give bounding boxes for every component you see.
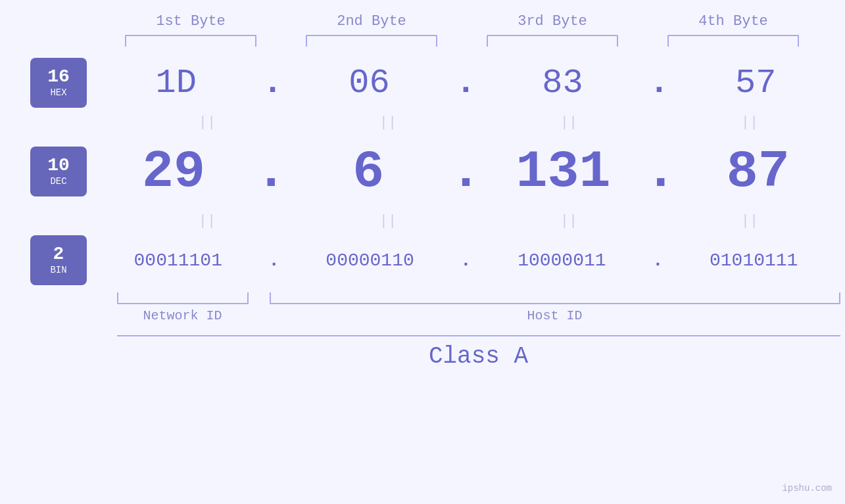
- network-id-label: Network ID: [117, 308, 249, 323]
- dec-byte-1: 29: [108, 142, 239, 202]
- eq2-byte1: ||: [141, 213, 273, 229]
- bin-byte-3: 10000011: [496, 250, 627, 271]
- id-labels-row: Network ID Host ID: [117, 308, 840, 323]
- bottom-brackets-row: [117, 292, 840, 304]
- byte-label-4: 4th Byte: [661, 13, 806, 30]
- byte-label-1: 1st Byte: [118, 13, 263, 30]
- bin-badge: 2 BIN: [30, 235, 87, 285]
- eq1-byte2: ||: [322, 114, 454, 131]
- bin-row: 2 BIN 00011101 . 00000110 . 10000011 . 0…: [0, 231, 845, 290]
- top-bracket-3: [487, 35, 618, 47]
- dec-base-name: DEC: [50, 176, 66, 187]
- eq2-byte2: ||: [322, 213, 454, 229]
- dec-values-row: 29 . 6 . 131 . 87: [87, 142, 845, 202]
- bin-byte-1: 00011101: [112, 250, 244, 271]
- main-container: 1st Byte 2nd Byte 3rd Byte 4th Byte 16 H…: [0, 0, 845, 504]
- watermark: ipshu.com: [782, 483, 832, 493]
- dec-dot-1: .: [255, 142, 287, 202]
- host-bracket: [270, 292, 840, 304]
- top-bracket-1: [125, 35, 256, 47]
- hex-byte-1: 1D: [110, 64, 242, 103]
- dec-byte-4: 87: [692, 142, 824, 202]
- top-bracket-2: [306, 35, 437, 47]
- dec-base-number: 10: [47, 156, 70, 175]
- hex-values-row: 1D . 06 . 83 . 57: [87, 64, 845, 103]
- hex-base-number: 16: [47, 68, 70, 86]
- bin-base-number: 2: [53, 245, 64, 263]
- host-id-label: Host ID: [270, 308, 840, 323]
- eq1-byte4: ||: [684, 114, 815, 131]
- equals-row-1: || || || ||: [117, 112, 840, 132]
- hex-badge: 16 HEX: [30, 58, 87, 108]
- dec-badge: 10 DEC: [30, 147, 87, 196]
- class-label: Class A: [117, 343, 840, 370]
- equals-row-2: || || || ||: [117, 211, 840, 231]
- bin-dot-2: .: [460, 250, 471, 271]
- hex-base-name: HEX: [50, 87, 66, 98]
- bin-byte-4: 01010111: [688, 250, 819, 271]
- eq2-byte4: ||: [684, 213, 815, 229]
- top-brackets-row: [101, 35, 824, 47]
- eq1-byte3: ||: [503, 114, 635, 131]
- byte-label-3: 3rd Byte: [480, 13, 625, 30]
- hex-dot-1: .: [262, 64, 283, 103]
- top-bracket-4: [667, 35, 799, 47]
- eq2-byte3: ||: [503, 213, 635, 229]
- bin-dot-1: .: [268, 250, 279, 271]
- bin-base-name: BIN: [50, 265, 66, 275]
- bin-values-row: 00011101 . 00000110 . 10000011 . 0101011…: [87, 250, 845, 271]
- hex-dot-2: .: [456, 64, 476, 103]
- bin-dot-3: .: [652, 250, 664, 271]
- hex-dot-3: .: [649, 64, 669, 103]
- eq1-byte1: ||: [141, 114, 273, 131]
- dec-dot-3: .: [645, 142, 677, 202]
- hex-byte-4: 57: [690, 64, 821, 103]
- bin-byte-2: 00000110: [304, 250, 436, 271]
- hex-byte-2: 06: [304, 64, 435, 103]
- hex-row: 16 HEX 1D . 06 . 83 . 57: [0, 53, 845, 112]
- network-bracket: [117, 292, 249, 304]
- dec-byte-3: 131: [498, 142, 629, 202]
- class-line: [117, 335, 840, 336]
- byte-labels-row: 1st Byte 2nd Byte 3rd Byte 4th Byte: [101, 13, 824, 30]
- dec-row: 10 DEC 29 . 6 . 131 . 87: [0, 132, 845, 211]
- dec-byte-2: 6: [302, 142, 434, 202]
- hex-byte-3: 83: [496, 64, 628, 103]
- dec-dot-2: .: [450, 142, 481, 202]
- byte-label-2: 2nd Byte: [299, 13, 444, 30]
